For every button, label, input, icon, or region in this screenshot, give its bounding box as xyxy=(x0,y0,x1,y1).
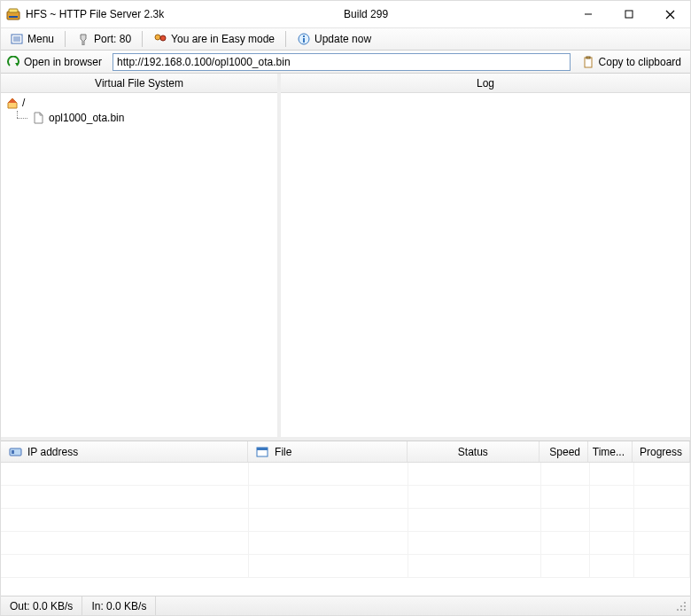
svg-point-11 xyxy=(155,35,160,40)
col-progress[interactable]: Progress xyxy=(633,441,690,462)
tree-connector xyxy=(12,111,29,125)
svg-point-22 xyxy=(684,602,686,604)
main-toolbar: Menu Port: 80 You are in Easy mode Updat… xyxy=(1,27,690,51)
users-icon xyxy=(153,32,167,46)
col-time-left[interactable]: Time... xyxy=(588,441,633,462)
menu-button[interactable]: Menu xyxy=(4,29,59,49)
grid-body[interactable] xyxy=(1,463,690,596)
vfs-header: Virtual File System xyxy=(1,74,277,93)
log-header: Log xyxy=(281,74,690,93)
grid-row-empty xyxy=(1,486,690,509)
col-ip[interactable]: IP address xyxy=(1,441,248,462)
svg-point-23 xyxy=(680,605,682,607)
open-browser-icon xyxy=(6,55,20,69)
log-pane: Log xyxy=(281,74,690,437)
log-body[interactable] xyxy=(281,93,690,437)
status-out: Out: 0.0 KB/s xyxy=(1,597,82,615)
port-label: Port: 80 xyxy=(94,33,131,45)
maximize-button[interactable] xyxy=(609,1,649,27)
window-title: HFS ~ HTTP File Server 2.3k xyxy=(26,8,164,20)
col-progress-label: Progress xyxy=(640,446,682,458)
toolbar-separator xyxy=(142,31,143,47)
vfs-tree[interactable]: / opl1000_ota.bin xyxy=(1,93,277,437)
col-ip-label: IP address xyxy=(27,446,78,458)
svg-point-25 xyxy=(677,609,679,611)
col-status-label: Status xyxy=(458,446,488,458)
window-controls xyxy=(568,1,690,27)
tree-root-label: / xyxy=(22,97,25,109)
svg-rect-18 xyxy=(10,448,21,456)
menu-icon xyxy=(10,32,24,46)
svg-rect-16 xyxy=(585,58,592,67)
mode-label: You are in Easy mode xyxy=(171,33,275,45)
svg-rect-19 xyxy=(12,450,14,454)
svg-point-12 xyxy=(160,35,166,41)
tree-file-label: opl1000_ota.bin xyxy=(49,112,124,124)
build-label: Build 299 xyxy=(344,8,388,20)
file-col-icon xyxy=(255,445,269,459)
toolbar-separator xyxy=(285,31,286,47)
col-status[interactable]: Status xyxy=(408,441,540,462)
copy-clipboard-label: Copy to clipboard xyxy=(599,56,681,68)
vfs-pane: Virtual File System / opl1000_ota.bin xyxy=(1,74,281,437)
middle-split: Virtual File System / opl1000_ota.bin Lo… xyxy=(1,74,690,441)
toolbar-separator xyxy=(65,31,66,47)
ip-icon xyxy=(8,445,22,459)
clipboard-icon xyxy=(581,55,595,69)
grid-row-empty xyxy=(1,555,690,578)
connections-grid: IP address File Status Speed Time... Pro… xyxy=(1,441,690,596)
svg-rect-17 xyxy=(586,57,590,58)
status-bar: Out: 0.0 KB/s In: 0.0 KB/s xyxy=(1,596,690,615)
home-icon xyxy=(6,97,19,109)
col-speed[interactable]: Speed xyxy=(540,441,588,462)
col-speed-label: Speed xyxy=(549,446,580,458)
mode-indicator[interactable]: You are in Easy mode xyxy=(148,29,280,49)
grid-row-empty xyxy=(1,532,690,555)
svg-rect-15 xyxy=(303,35,305,37)
col-file-label: File xyxy=(275,446,291,458)
minimize-button[interactable] xyxy=(568,1,609,27)
copy-clipboard-button[interactable]: Copy to clipboard xyxy=(576,53,687,71)
port-button[interactable]: Port: 80 xyxy=(71,29,136,49)
status-in: In: 0.0 KB/s xyxy=(82,597,156,615)
col-time-left-label: Time... xyxy=(593,446,625,458)
svg-rect-14 xyxy=(303,38,305,43)
svg-point-26 xyxy=(680,609,682,611)
update-label: Update now xyxy=(314,33,371,45)
url-input[interactable] xyxy=(113,53,571,71)
svg-point-24 xyxy=(684,605,686,607)
app-icon xyxy=(6,7,20,21)
open-browser-button[interactable]: Open in browser xyxy=(4,52,107,72)
file-icon xyxy=(33,112,45,124)
tree-file-item[interactable]: opl1000_ota.bin xyxy=(12,111,272,125)
open-browser-label: Open in browser xyxy=(24,56,102,68)
svg-rect-2 xyxy=(9,16,18,18)
update-button[interactable]: Update now xyxy=(291,29,377,49)
svg-rect-1 xyxy=(9,9,18,12)
titlebar: HFS ~ HTTP File Server 2.3k Build 299 xyxy=(1,1,690,27)
close-button[interactable] xyxy=(649,1,690,27)
tree-root-item[interactable]: / xyxy=(6,97,272,109)
menu-label: Menu xyxy=(27,33,54,45)
port-icon xyxy=(76,32,90,46)
svg-point-27 xyxy=(684,609,686,611)
grid-row-empty xyxy=(1,509,690,532)
grid-row-empty xyxy=(1,463,690,486)
url-toolbar: Open in browser Copy to clipboard xyxy=(1,51,690,74)
grid-header-row: IP address File Status Speed Time... Pro… xyxy=(1,441,690,463)
svg-rect-4 xyxy=(625,11,633,18)
info-icon xyxy=(297,32,311,46)
svg-rect-21 xyxy=(257,448,268,450)
resize-grip-icon[interactable] xyxy=(674,599,688,613)
col-file[interactable]: File xyxy=(248,441,407,462)
